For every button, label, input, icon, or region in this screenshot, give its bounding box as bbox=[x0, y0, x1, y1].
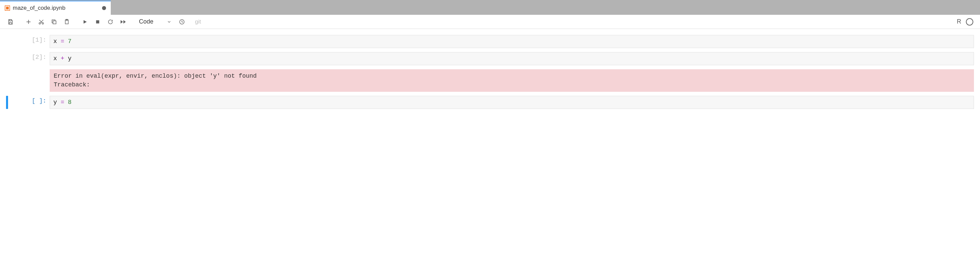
unsaved-indicator-icon bbox=[102, 6, 106, 10]
tab-bar-filler bbox=[111, 0, 980, 15]
cell-gutter bbox=[6, 69, 12, 91]
tab-title: maze_of_code.ipynb bbox=[13, 5, 98, 11]
notebook-file-icon bbox=[5, 5, 10, 11]
output-prompt bbox=[12, 69, 50, 91]
svg-rect-10 bbox=[53, 21, 56, 24]
code-input[interactable]: x = 7 bbox=[50, 35, 974, 48]
code-token: x bbox=[53, 55, 57, 62]
code-token: 7 bbox=[68, 38, 72, 45]
code-input[interactable]: x + y bbox=[50, 52, 974, 65]
svg-rect-3 bbox=[10, 22, 11, 24]
code-cell[interactable]: [2]: x + y bbox=[6, 52, 974, 65]
svg-marker-15 bbox=[121, 20, 123, 23]
insert-cell-button[interactable] bbox=[23, 16, 34, 27]
paste-button[interactable] bbox=[61, 16, 73, 27]
svg-rect-14 bbox=[96, 20, 99, 23]
svg-marker-13 bbox=[84, 20, 87, 24]
cut-button[interactable] bbox=[36, 16, 47, 27]
code-cell[interactable]: [1]: x = 7 bbox=[6, 35, 974, 48]
svg-marker-16 bbox=[124, 20, 126, 23]
error-output: Error in eval(expr, envir, enclos): obje… bbox=[50, 69, 974, 91]
code-token: = bbox=[61, 38, 64, 45]
code-token: y bbox=[53, 99, 57, 106]
notebook-area: [1]: x = 7 [2]: x + y Error in eval(expr… bbox=[0, 29, 980, 119]
restart-kernel-button[interactable] bbox=[105, 16, 116, 27]
stop-button[interactable] bbox=[92, 16, 103, 27]
svg-rect-1 bbox=[6, 7, 9, 10]
execution-prompt: [1]: bbox=[12, 35, 50, 48]
kernel-name[interactable]: R bbox=[957, 18, 961, 25]
run-button[interactable] bbox=[79, 16, 91, 27]
svg-rect-2 bbox=[10, 19, 11, 21]
cell-type-label: Code bbox=[139, 18, 153, 25]
command-history-button[interactable] bbox=[176, 16, 188, 27]
cell-output-row: Error in eval(expr, envir, enclos): obje… bbox=[6, 69, 974, 91]
cell-gutter bbox=[6, 35, 12, 48]
save-button[interactable] bbox=[5, 16, 16, 27]
copy-button[interactable] bbox=[48, 16, 60, 27]
active-cell-marker bbox=[6, 96, 8, 109]
kernel-indicator: R bbox=[957, 18, 975, 26]
code-token: x bbox=[53, 38, 57, 45]
notebook-tab[interactable]: maze_of_code.ipynb bbox=[0, 1, 111, 15]
tab-bar: maze_of_code.ipynb bbox=[0, 0, 980, 15]
cell-type-dropdown[interactable]: Code bbox=[135, 18, 175, 25]
code-input[interactable]: y = 8 bbox=[50, 96, 974, 109]
notebook-toolbar: Code git R bbox=[0, 15, 980, 29]
code-token: y bbox=[68, 55, 72, 62]
cell-gutter bbox=[6, 52, 12, 65]
run-all-button[interactable] bbox=[118, 16, 129, 27]
code-token: 8 bbox=[68, 99, 72, 106]
code-token: + bbox=[61, 55, 64, 62]
execution-prompt: [ ]: bbox=[12, 96, 50, 109]
chevron-down-icon bbox=[167, 19, 172, 24]
code-cell[interactable]: [ ]: y = 8 bbox=[6, 96, 974, 109]
code-token: = bbox=[61, 99, 64, 106]
kernel-status-idle-icon[interactable] bbox=[966, 18, 973, 26]
cell-gutter bbox=[6, 96, 12, 109]
execution-prompt: [2]: bbox=[12, 52, 50, 65]
git-label[interactable]: git bbox=[195, 19, 201, 25]
